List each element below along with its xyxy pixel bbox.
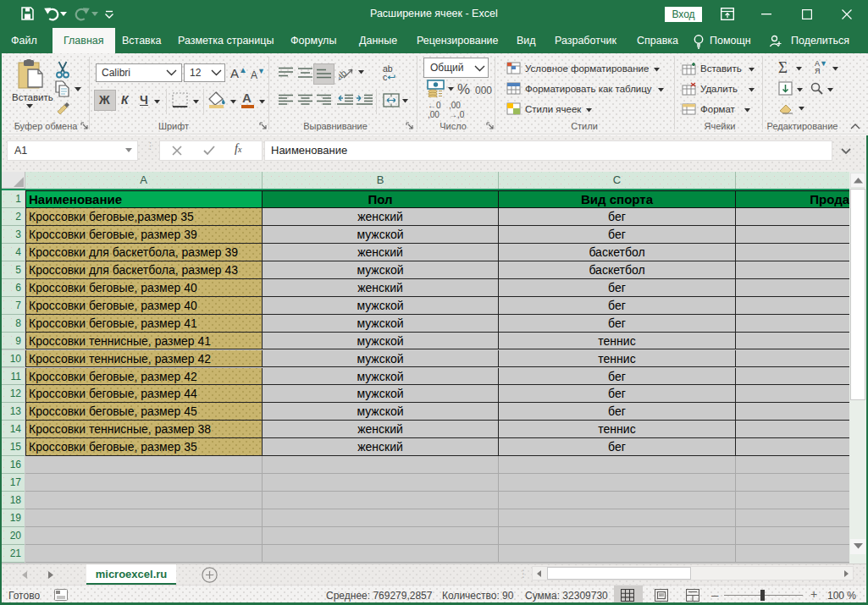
svg-text:c: c: [383, 72, 387, 81]
svg-text:ab: ab: [339, 68, 348, 80]
